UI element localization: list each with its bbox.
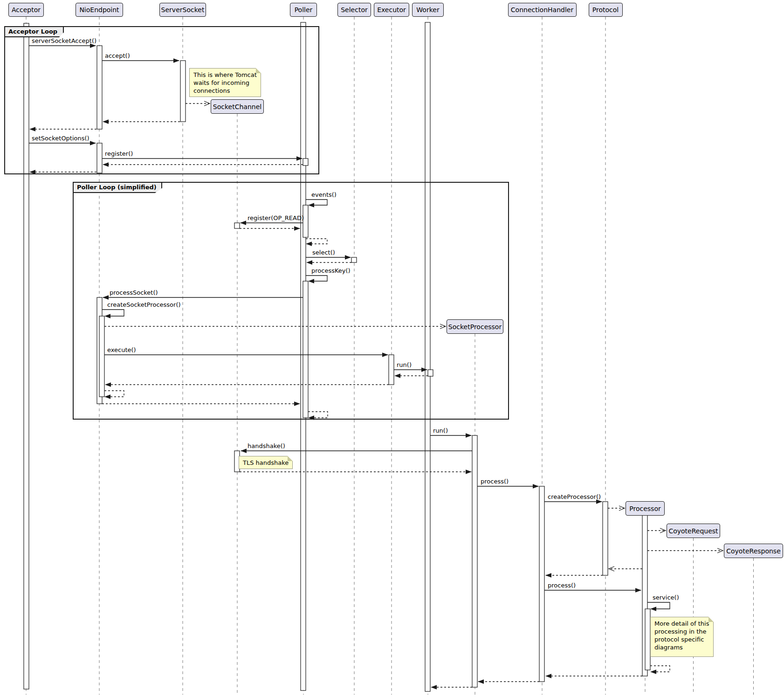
message-label-createprocessor: createProcessor() (548, 493, 601, 501)
activation-socketprocessor (472, 435, 477, 687)
participant-box-worker: Worker (412, 3, 444, 17)
message-label-events: events() (311, 191, 337, 199)
arrowhead-icon (104, 394, 110, 399)
message-label-setsocketoptions: setSocketOptions() (32, 135, 89, 142)
participant-box-processor: Processor (626, 501, 665, 516)
arrowhead-icon (308, 279, 314, 283)
activation-worker (425, 22, 430, 691)
message-label-processsocket: processSocket() (110, 289, 158, 297)
note-protocol: More detail of thisprocessing in theprot… (650, 617, 714, 657)
arrowhead-icon (173, 58, 179, 63)
arrowhead-icon (382, 352, 388, 357)
activation-acceptor (24, 23, 29, 689)
note-tls: TLS handshake (239, 456, 293, 469)
arrowhead-icon (394, 373, 400, 378)
arrowhead-icon (308, 415, 314, 420)
arrowhead-icon (105, 382, 111, 387)
note-line: More detail of this (654, 620, 709, 628)
message-label-serversocketaccept: serverSocketAccept() (32, 37, 96, 45)
arrowhead-icon (294, 226, 300, 231)
arrowhead-icon (650, 607, 656, 611)
arrowhead-icon (431, 685, 437, 690)
activation-executor (389, 355, 394, 385)
arrowhead-icon (545, 674, 551, 678)
message-label-execute: execute() (107, 346, 136, 354)
participant-box-executor: Executor (374, 3, 409, 17)
arrowhead-icon (90, 141, 96, 145)
activation-connectionhandler (539, 486, 544, 682)
arrowhead-icon (240, 221, 246, 225)
arrowhead-icon (533, 484, 539, 489)
arrowhead-icon (29, 170, 35, 174)
note-line: This is where Tomcat (193, 71, 257, 79)
note-line: processing in the (654, 628, 709, 635)
participant-box-coyoterequest: CoyoteRequest (667, 524, 720, 538)
participant-box-serversocket: ServerSocket (159, 3, 206, 17)
message-label-process: process() (481, 478, 509, 485)
activation-nioendpoint-nested (99, 316, 104, 397)
message-label-accept: accept() (105, 52, 130, 60)
participant-box-poller: Poller (290, 3, 317, 17)
message-label-process: process() (548, 582, 576, 589)
activation-poller-notch (303, 159, 308, 166)
activation-nioendpoint (97, 143, 102, 173)
message-label-createsocketprocessor: createSocketProcessor() (107, 301, 181, 309)
message-label-select: select() (312, 249, 335, 256)
arrowhead-icon (466, 469, 472, 474)
note-line: TLS handshake (243, 459, 289, 467)
arrowhead-icon (29, 127, 35, 131)
message-label-register: register() (105, 150, 133, 158)
activation-protocol (603, 502, 608, 575)
message-label-run: run() (433, 427, 448, 435)
participant-box-protocol: Protocol (589, 3, 623, 17)
arrowhead-icon (308, 203, 314, 207)
message-label-handshake: handshake() (248, 442, 285, 450)
participant-box-socketprocessor: SocketProcessor (447, 319, 503, 334)
arrowhead-icon (103, 295, 109, 300)
self-message-line (102, 310, 124, 316)
self-message-line (306, 276, 327, 281)
participant-box-connectionhandler: ConnectionHandler (508, 3, 577, 17)
message-label-processkey: processKey() (311, 267, 351, 275)
note-line: diagrams (654, 643, 709, 651)
message-label-registerop_read: register(OP_READ) (248, 214, 304, 222)
participant-box-acceptor: Acceptor (8, 3, 44, 17)
arrowhead-icon (241, 449, 247, 453)
arrowhead-icon (104, 314, 110, 318)
activation-selector-notch (351, 257, 357, 262)
activation-poller-nested (303, 281, 308, 418)
activation-nioendpoint (97, 46, 102, 129)
message-label-service: service() (653, 594, 679, 601)
arrowhead-icon (345, 255, 351, 260)
arrowhead-icon (635, 588, 641, 593)
note-line: waits for incoming (193, 79, 257, 87)
participant-box-socketchannel: SocketChannel (211, 99, 264, 114)
self-message-line (647, 602, 670, 609)
participant-box-nioendpoint: NioEndpoint (76, 3, 123, 17)
arrowhead-icon (306, 242, 312, 246)
sequence-diagram: serverSocketAccept()accept()setSocketOpt… (0, 0, 784, 697)
arrowhead-icon (545, 573, 551, 578)
arrowhead-icon (294, 401, 300, 406)
activation-processor-nested (645, 609, 650, 670)
arrowhead-icon (650, 669, 656, 674)
participant-box-coyoteresponse: CoyoteResponse (724, 544, 783, 558)
arrowhead-icon (103, 119, 109, 124)
arrowhead-icon (478, 679, 484, 684)
arrowhead-icon (306, 260, 312, 265)
note-accept: This is where Tomcatwaits for incomingco… (189, 68, 261, 97)
activation-serversocket (180, 61, 186, 122)
message-label-run: run() (397, 361, 412, 369)
arrowhead-icon (103, 162, 109, 167)
arrowhead-icon (466, 433, 472, 438)
note-line: connections (193, 87, 257, 95)
activation-socketchannel-notch (234, 223, 240, 228)
activation-worker-notch (428, 370, 433, 376)
note-line: protocol specific (654, 635, 709, 643)
self-message-line (306, 200, 327, 205)
participant-box-selector: Selector (337, 3, 371, 17)
